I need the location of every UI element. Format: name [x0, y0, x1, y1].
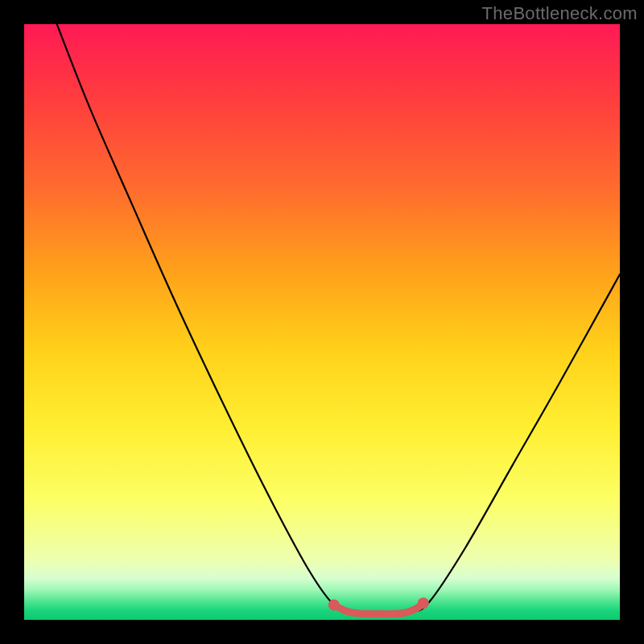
highlight-dot-start: [328, 600, 340, 611]
main-curve: [57, 24, 620, 614]
curves-svg: [24, 24, 620, 620]
chart-frame: TheBottleneck.com: [0, 0, 644, 644]
plot-area: [24, 24, 620, 620]
highlight-curve: [334, 603, 423, 613]
highlight-dot-end: [418, 597, 429, 609]
watermark-text: TheBottleneck.com: [482, 3, 638, 24]
